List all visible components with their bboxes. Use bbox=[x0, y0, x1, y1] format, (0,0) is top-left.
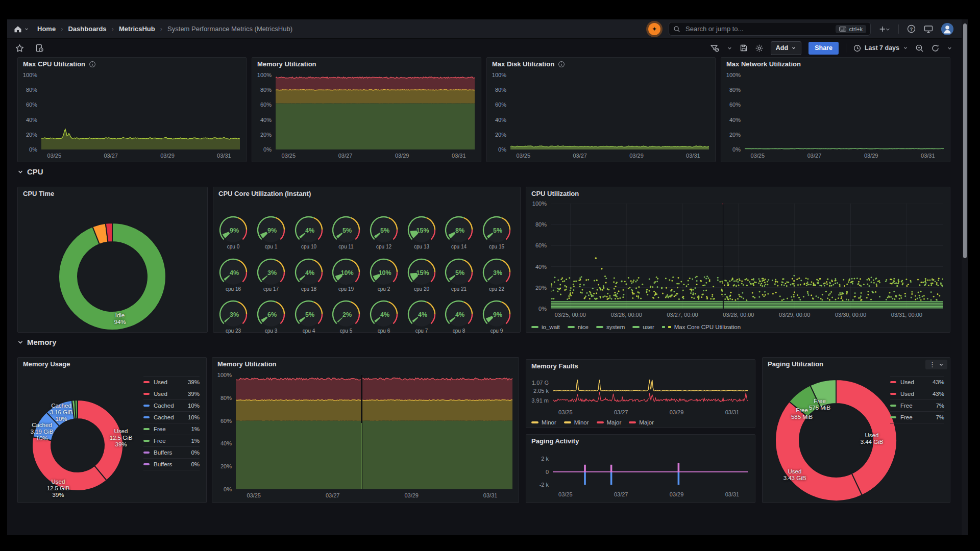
breadcrumb-folder[interactable]: MetricsHub bbox=[119, 25, 155, 33]
legend-row[interactable]: Used39% bbox=[143, 376, 200, 388]
panel-memory-utilization-small: Memory Utilization 100%80%60%40%20%0%03/… bbox=[252, 57, 481, 162]
scrollbar-thumb[interactable] bbox=[963, 23, 967, 258]
help-button[interactable]: ? bbox=[907, 24, 916, 33]
cpu-core-gauge: 5% bbox=[290, 299, 328, 329]
panel-title[interactable]: Max Disk Utilization bbox=[492, 60, 554, 68]
panel-title[interactable]: Paging Utilization bbox=[768, 360, 823, 368]
panel-cpu-time: CPU Time Idle94% bbox=[17, 187, 208, 333]
panel-title[interactable]: Max CPU Utilization bbox=[23, 60, 85, 68]
legend-row[interactable]: Used39% bbox=[143, 388, 200, 399]
document-clock-button[interactable] bbox=[35, 44, 44, 53]
section-header-memory[interactable]: Memory bbox=[17, 338, 57, 346]
panel-title[interactable]: Memory Utilization bbox=[257, 60, 316, 68]
donut-chart: Used3.44 GiBUsed3.43 GiBFree585 MiBFree5… bbox=[763, 358, 950, 503]
breadcrumb-home[interactable]: Home bbox=[37, 25, 56, 33]
svg-text:5%: 5% bbox=[342, 227, 352, 234]
donut-label-line: 3.43 GiB bbox=[783, 475, 806, 482]
legend-label: Free bbox=[900, 414, 932, 420]
legend-row[interactable]: Free7% bbox=[890, 399, 944, 411]
variables-filter-button[interactable] bbox=[710, 44, 720, 53]
legend-item[interactable]: nice bbox=[568, 324, 589, 330]
cpu-core-gauge: 3% bbox=[478, 257, 516, 287]
info-icon[interactable] bbox=[558, 61, 565, 68]
legend-row[interactable]: Free1% bbox=[143, 423, 200, 435]
divider bbox=[898, 24, 899, 34]
svg-text:4%: 4% bbox=[305, 227, 314, 234]
user-avatar[interactable] bbox=[941, 23, 953, 35]
plot-area[interactable] bbox=[276, 75, 475, 149]
panel-title[interactable]: CPU Time bbox=[23, 190, 54, 197]
legend-row[interactable]: Buffers0% bbox=[143, 446, 200, 458]
legend-label: Max Core CPU Utilization bbox=[674, 324, 741, 330]
panel-title[interactable]: Paging Activity bbox=[531, 437, 579, 445]
donut-label-line: Used bbox=[861, 432, 884, 439]
monitor-icon bbox=[924, 25, 933, 33]
timeseries-chart: 100%80%60%40%20%0%03/2503/2703/2903/31 bbox=[212, 371, 519, 503]
legend-label: Cached bbox=[154, 403, 184, 409]
plot-area[interactable] bbox=[510, 75, 709, 149]
panel-title[interactable]: Memory Faults bbox=[531, 362, 578, 370]
legend-item[interactable]: Max Core CPU Utilization bbox=[662, 324, 741, 330]
donut-slice-label: Used12.5 GiB39% bbox=[47, 479, 70, 498]
plot-area[interactable] bbox=[553, 454, 748, 488]
news-monitor-button[interactable] bbox=[924, 25, 933, 33]
legend-row[interactable]: Buffers0% bbox=[143, 458, 200, 470]
info-icon[interactable] bbox=[89, 61, 96, 68]
plot-area[interactable] bbox=[551, 204, 943, 309]
donut-slice-label: Used3.44 GiB bbox=[861, 432, 884, 445]
plot-area[interactable] bbox=[553, 377, 748, 406]
funnel-check-icon bbox=[710, 44, 720, 53]
add-panel-button[interactable]: Add bbox=[771, 41, 801, 55]
refresh-interval-dropdown[interactable] bbox=[947, 45, 952, 51]
home-button[interactable] bbox=[13, 24, 29, 34]
search-box[interactable]: ctrl+k bbox=[669, 22, 871, 36]
legend-item[interactable]: system bbox=[596, 324, 625, 330]
plot-area[interactable] bbox=[41, 75, 240, 149]
panel-title[interactable]: Memory Usage bbox=[23, 360, 70, 368]
section-header-cpu[interactable]: CPU bbox=[17, 167, 43, 176]
add-new-button[interactable] bbox=[879, 25, 890, 33]
dashboard-settings-button[interactable] bbox=[755, 44, 764, 53]
save-dashboard-button[interactable] bbox=[740, 44, 748, 52]
panel-title[interactable]: Max Network Utilization bbox=[726, 60, 801, 68]
legend-table: Used43%Used43%Free7%Free7% bbox=[890, 376, 944, 423]
x-axis-label: 03/30, 00:00 bbox=[835, 312, 866, 318]
legend-row[interactable]: Used43% bbox=[890, 376, 944, 388]
donut-slice-label: Used12.5 GiB39% bbox=[110, 428, 133, 448]
panel-max-cpu-utilization: Max CPU Utilization 100%80%60%40%20%0%03… bbox=[17, 57, 247, 162]
zoom-out-button[interactable] bbox=[915, 44, 924, 53]
plot-area[interactable] bbox=[745, 75, 944, 149]
cpu-core-gauge: 5% bbox=[440, 257, 478, 287]
legend-row[interactable]: Used43% bbox=[890, 388, 944, 399]
plot-area[interactable] bbox=[236, 375, 512, 489]
legend-item[interactable]: io_wait bbox=[531, 324, 560, 330]
legend-item[interactable]: Minor bbox=[531, 419, 556, 425]
x-axis-label: 03/27 bbox=[338, 153, 353, 159]
cpu-core-label: cpu 6 bbox=[365, 328, 403, 334]
time-range-picker[interactable]: Last 7 days bbox=[853, 44, 908, 52]
panel-title[interactable]: CPU Utilization bbox=[531, 190, 579, 197]
favorite-star-button[interactable] bbox=[15, 44, 24, 53]
svg-text:4%: 4% bbox=[230, 269, 239, 277]
filter-dropdown-chevron[interactable] bbox=[727, 45, 732, 51]
legend-label: nice bbox=[578, 324, 589, 330]
legend-row[interactable]: Cached10% bbox=[143, 399, 200, 411]
legend-row[interactable]: Cached10% bbox=[143, 411, 200, 423]
scrollbar-track[interactable] bbox=[962, 19, 968, 535]
panel-title[interactable]: Memory Utilization bbox=[217, 360, 277, 368]
share-button[interactable]: Share bbox=[808, 42, 839, 55]
ai-assistant-button[interactable]: ✦ bbox=[648, 23, 660, 35]
breadcrumb-dashboards[interactable]: Dashboards bbox=[68, 25, 106, 33]
legend-item[interactable]: Minor bbox=[564, 419, 589, 425]
panel-title[interactable]: CPU Core Utilization (Instant) bbox=[218, 190, 311, 197]
search-input[interactable] bbox=[684, 24, 831, 33]
legend-row[interactable]: Free1% bbox=[143, 435, 200, 446]
cpu-core-gauge: 4% bbox=[403, 299, 440, 329]
legend-item[interactable]: Major bbox=[597, 419, 622, 425]
cpu-core-label: cpu 14 bbox=[440, 244, 478, 249]
panel-menu-button[interactable]: ⋮ bbox=[925, 360, 947, 369]
legend-row[interactable]: Free7% bbox=[890, 411, 944, 423]
refresh-button[interactable] bbox=[931, 44, 940, 53]
legend-item[interactable]: Major bbox=[629, 419, 654, 425]
legend-item[interactable]: user bbox=[632, 324, 654, 330]
